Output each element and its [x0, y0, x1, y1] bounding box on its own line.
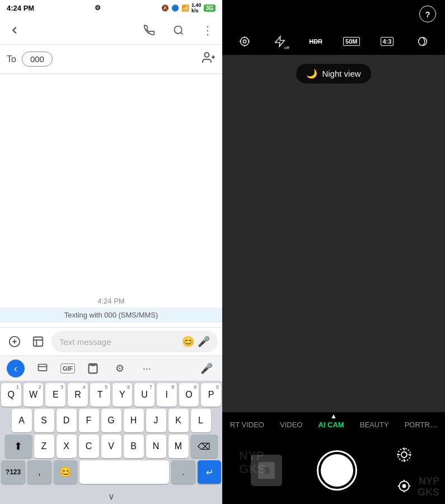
key-t[interactable]: 5T — [90, 383, 110, 407]
night-view-label: Night view — [322, 69, 360, 78]
svg-point-13 — [243, 40, 246, 43]
space-key[interactable] — [79, 460, 169, 484]
to-field: To 000 — [0, 45, 222, 74]
camera-thumbnail[interactable] — [251, 455, 282, 486]
back-button[interactable] — [4, 20, 25, 40]
scene-mode-button[interactable] — [235, 31, 255, 52]
aspect-ratio-button[interactable]: 4:3 — [377, 31, 397, 52]
mic-button[interactable]: 🎤 — [198, 335, 210, 348]
key-w[interactable]: 2W — [24, 383, 44, 407]
emoji-button[interactable]: 😊 — [182, 335, 194, 348]
camera-top-bar: ? — [222, 0, 445, 28]
shift-key[interactable]: ⬆ — [5, 435, 32, 458]
key-s[interactable]: S — [34, 409, 54, 432]
input-row: Text message 😊 🎤 — [0, 327, 222, 356]
key-b[interactable]: B — [124, 435, 144, 458]
key-y[interactable]: 6Y — [113, 383, 133, 407]
settings-icon: ⚙ — [95, 4, 101, 12]
svg-point-0 — [175, 26, 182, 33]
key-k[interactable]: K — [168, 409, 189, 432]
camera-viewfinder: 🌙 Night view — [222, 55, 445, 412]
key-h[interactable]: H — [124, 409, 144, 432]
phone-button[interactable] — [139, 20, 160, 40]
period-key[interactable]: . — [171, 460, 195, 484]
bluetooth-icon: 🔵 — [171, 4, 179, 12]
focus-mode-button[interactable] — [392, 442, 416, 467]
flash-button[interactable]: off — [270, 31, 290, 52]
text-input-placeholder: Text message — [59, 337, 179, 347]
svg-point-22 — [401, 452, 407, 458]
key-u[interactable]: 7U — [134, 383, 154, 407]
moon-icon: 🌙 — [306, 68, 317, 79]
clipboard-button[interactable] — [84, 360, 102, 377]
key-d[interactable]: D — [57, 409, 77, 432]
search-button[interactable] — [168, 20, 189, 40]
gif-button[interactable]: GIF — [60, 363, 75, 374]
keyboard-row-3: ⬆ Z X C V B N M ⌫ — [1, 435, 221, 458]
key-g[interactable]: G — [101, 409, 121, 432]
svg-point-21 — [263, 467, 270, 474]
mode-video[interactable]: VIDEO — [272, 412, 310, 437]
key-a[interactable]: A — [12, 409, 32, 432]
bottom-bar: ∨ — [0, 488, 222, 504]
keyboard-back-button[interactable]: ‹ — [7, 360, 25, 377]
key-j[interactable]: J — [146, 409, 166, 432]
num-toggle-key[interactable]: ?123 — [1, 460, 25, 484]
shutter-button[interactable] — [317, 450, 357, 491]
hdr-button[interactable]: HDR — [306, 31, 326, 52]
mode-beauty[interactable]: BEAUTY — [352, 412, 397, 437]
flip-camera-button[interactable] — [392, 474, 416, 498]
key-l[interactable]: L — [191, 409, 211, 432]
key-r[interactable]: 4R — [68, 383, 88, 407]
sticker-button[interactable] — [28, 332, 48, 352]
mic-tool-button[interactable]: 🎤 — [198, 360, 216, 377]
resolution-button[interactable]: 50M — [341, 31, 362, 52]
keyboard-row-2: A S D F G H J K L — [1, 409, 221, 432]
svg-point-19 — [419, 38, 427, 46]
key-p[interactable]: 0P — [201, 383, 221, 407]
key-f[interactable]: F — [79, 409, 99, 432]
keyboard-toolbar: ‹ GIF ⚙ ··· 🎤 — [0, 356, 222, 381]
sticker-tool-button[interactable] — [34, 360, 51, 377]
enter-key[interactable]: ↵ — [198, 460, 221, 484]
key-z[interactable]: Z — [34, 435, 54, 458]
more-options-button[interactable]: ⋮ — [198, 20, 218, 40]
keyboard-row-1: 1Q 2W 3E 4R 5T 6Y 7U 8I 9O 0P — [1, 383, 221, 407]
mode-portrait[interactable]: PORTR… — [397, 412, 445, 437]
key-v[interactable]: V — [101, 435, 121, 458]
svg-rect-8 — [34, 337, 43, 347]
text-message-input[interactable]: Text message 😊 🎤 — [51, 331, 218, 352]
camera-panel: ? off HDR 50M 4:3 🌙 Ni — [222, 0, 445, 504]
comma-key[interactable]: , — [27, 460, 51, 484]
status-icons: 🔕 🔵 📶 1.40k/s 3G — [161, 2, 216, 13]
key-n[interactable]: N — [146, 435, 166, 458]
key-i[interactable]: 8I — [157, 383, 177, 407]
status-time: 4:24 PM — [7, 4, 34, 12]
key-m[interactable]: M — [168, 435, 189, 458]
key-o[interactable]: 9O — [179, 383, 199, 407]
delete-key[interactable]: ⌫ — [191, 435, 218, 458]
mode-short-video[interactable]: RT VIDEO — [222, 412, 272, 437]
mode-chevron-icon: ▲ — [330, 412, 337, 420]
recipient-chip[interactable]: 000 — [22, 52, 53, 67]
settings-tool-button[interactable]: ⚙ — [111, 360, 129, 377]
night-view-badge: 🌙 Night view — [296, 64, 371, 83]
camera-options-bar: off HDR 50M 4:3 — [222, 28, 445, 55]
add-contact-button[interactable] — [202, 51, 216, 68]
battery-icon: 3G — [204, 4, 216, 12]
add-attachment-button[interactable] — [4, 332, 25, 352]
camera-help-button[interactable]: ? — [419, 6, 436, 22]
key-e[interactable]: 3E — [45, 383, 65, 407]
message-timestamp: 4:24 PM — [97, 297, 124, 305]
network-speed: 1.40k/s — [191, 2, 202, 13]
camera-mode-bar: ▲ RT VIDEO VIDEO AI CAM BEAUTY PORTR… — [222, 412, 445, 437]
status-bar: 4:24 PM ⚙ 🔕 🔵 📶 1.40k/s 3G — [0, 0, 222, 16]
more-tools-button[interactable]: ··· — [138, 360, 156, 377]
keyboard-hide-button[interactable]: ∨ — [108, 491, 115, 502]
top-nav: ⋮ — [0, 16, 222, 45]
key-c[interactable]: C — [79, 435, 99, 458]
emoji-key[interactable]: 😊 — [54, 460, 77, 484]
key-q[interactable]: 1Q — [1, 383, 21, 407]
filter-button[interactable] — [413, 31, 433, 52]
key-x[interactable]: X — [57, 435, 77, 458]
